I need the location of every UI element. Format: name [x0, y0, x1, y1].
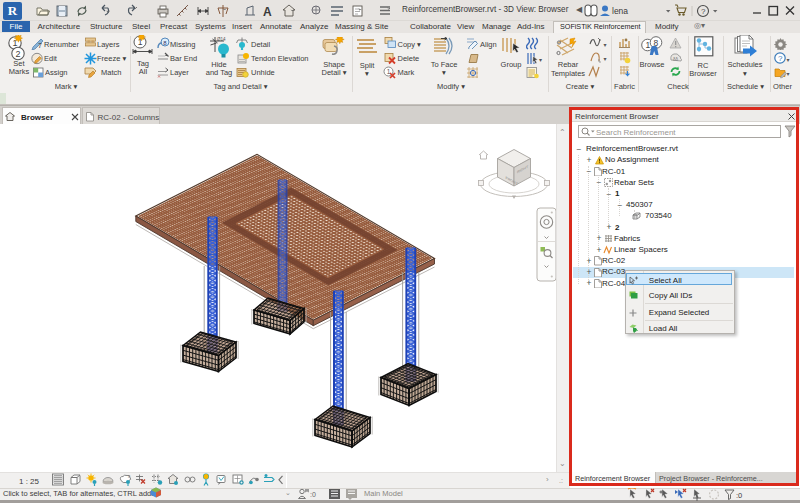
svg-text:1: 1 — [646, 40, 651, 50]
svg-text:1 : 25: 1 : 25 — [19, 476, 40, 485]
svg-text::0: :0 — [736, 491, 742, 500]
svg-text:2: 2 — [16, 49, 21, 59]
svg-text::0: :0 — [310, 491, 316, 498]
svg-text:δδ: δδ — [673, 57, 679, 62]
svg-text:7: 7 — [38, 42, 42, 49]
svg-text:?: ? — [778, 54, 783, 63]
svg-text:Ø14: Ø14 — [217, 37, 226, 42]
